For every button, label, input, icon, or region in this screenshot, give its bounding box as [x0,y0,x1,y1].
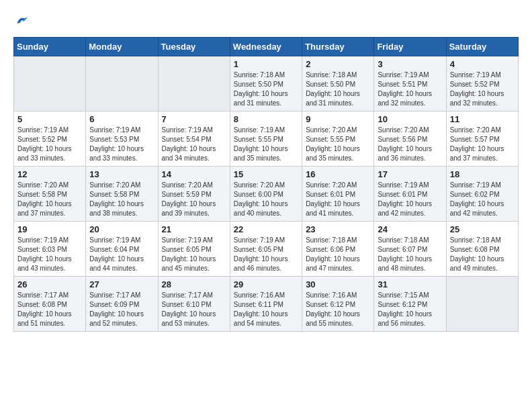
calendar-week-row: 12Sunrise: 7:20 AM Sunset: 5:58 PM Dayli… [14,166,519,221]
day-info: Sunrise: 7:16 AM Sunset: 6:12 PM Dayligh… [306,291,370,328]
day-info: Sunrise: 7:20 AM Sunset: 5:59 PM Dayligh… [162,181,226,218]
day-info: Sunrise: 7:20 AM Sunset: 5:58 PM Dayligh… [17,181,82,218]
day-number: 15 [234,169,298,179]
calendar-day-cell: 2Sunrise: 7:18 AM Sunset: 5:50 PM Daylig… [302,56,374,111]
calendar-day-cell: 25Sunrise: 7:18 AM Sunset: 6:08 PM Dayli… [446,221,518,276]
calendar-day-cell: 16Sunrise: 7:20 AM Sunset: 6:01 PM Dayli… [302,166,374,221]
calendar-day-cell: 30Sunrise: 7:16 AM Sunset: 6:12 PM Dayli… [302,276,374,331]
day-number: 27 [89,279,154,289]
calendar-day-cell: 22Sunrise: 7:19 AM Sunset: 6:05 PM Dayli… [230,221,302,276]
calendar-day-cell: 26Sunrise: 7:17 AM Sunset: 6:08 PM Dayli… [14,276,86,331]
day-info: Sunrise: 7:17 AM Sunset: 6:09 PM Dayligh… [89,291,154,328]
calendar-day-cell: 13Sunrise: 7:20 AM Sunset: 5:58 PM Dayli… [86,166,158,221]
day-info: Sunrise: 7:19 AM Sunset: 5:54 PM Dayligh… [162,126,226,163]
calendar-day-cell [86,56,158,111]
calendar-day-cell: 4Sunrise: 7:19 AM Sunset: 5:52 PM Daylig… [446,56,518,111]
logo [13,13,28,30]
day-number: 1 [234,59,298,69]
day-info: Sunrise: 7:20 AM Sunset: 5:55 PM Dayligh… [306,126,370,163]
day-info: Sunrise: 7:19 AM Sunset: 6:05 PM Dayligh… [234,236,298,273]
day-info: Sunrise: 7:20 AM Sunset: 5:57 PM Dayligh… [450,126,515,163]
day-number: 20 [89,224,154,234]
day-number: 31 [378,279,442,289]
calendar-day-cell [158,56,230,111]
calendar-day-cell [446,276,518,331]
day-info: Sunrise: 7:20 AM Sunset: 6:01 PM Dayligh… [306,181,370,218]
day-info: Sunrise: 7:15 AM Sunset: 6:12 PM Dayligh… [378,291,442,328]
calendar-day-cell: 6Sunrise: 7:19 AM Sunset: 5:53 PM Daylig… [86,111,158,166]
day-info: Sunrise: 7:19 AM Sunset: 5:51 PM Dayligh… [378,71,442,108]
day-info: Sunrise: 7:19 AM Sunset: 5:52 PM Dayligh… [17,126,82,163]
calendar-day-cell: 23Sunrise: 7:18 AM Sunset: 6:06 PM Dayli… [302,221,374,276]
calendar-week-row: 1Sunrise: 7:18 AM Sunset: 5:50 PM Daylig… [14,56,519,111]
calendar-day-cell [14,56,86,111]
day-info: Sunrise: 7:19 AM Sunset: 5:52 PM Dayligh… [450,71,515,108]
day-info: Sunrise: 7:17 AM Sunset: 6:10 PM Dayligh… [162,291,226,328]
logo-text [13,13,28,30]
day-info: Sunrise: 7:19 AM Sunset: 6:03 PM Dayligh… [17,236,82,273]
day-number: 8 [234,114,298,124]
calendar-day-cell: 15Sunrise: 7:20 AM Sunset: 6:00 PM Dayli… [230,166,302,221]
day-info: Sunrise: 7:18 AM Sunset: 6:06 PM Dayligh… [306,236,370,273]
day-number: 21 [162,224,226,234]
calendar-day-cell: 31Sunrise: 7:15 AM Sunset: 6:12 PM Dayli… [374,276,446,331]
calendar-week-row: 5Sunrise: 7:19 AM Sunset: 5:52 PM Daylig… [14,111,519,166]
day-number: 25 [450,224,515,234]
day-number: 22 [234,224,298,234]
calendar-day-cell: 21Sunrise: 7:19 AM Sunset: 6:05 PM Dayli… [158,221,230,276]
day-info: Sunrise: 7:17 AM Sunset: 6:08 PM Dayligh… [17,291,82,328]
calendar-day-cell: 3Sunrise: 7:19 AM Sunset: 5:51 PM Daylig… [374,56,446,111]
calendar-day-cell: 9Sunrise: 7:20 AM Sunset: 5:55 PM Daylig… [302,111,374,166]
day-info: Sunrise: 7:19 AM Sunset: 5:53 PM Dayligh… [89,126,154,163]
day-number: 3 [378,59,442,69]
calendar-day-cell: 8Sunrise: 7:19 AM Sunset: 5:55 PM Daylig… [230,111,302,166]
day-info: Sunrise: 7:20 AM Sunset: 6:00 PM Dayligh… [234,181,298,218]
day-of-week-header: Sunday [14,37,86,56]
day-info: Sunrise: 7:19 AM Sunset: 5:55 PM Dayligh… [234,126,298,163]
calendar-day-cell: 7Sunrise: 7:19 AM Sunset: 5:54 PM Daylig… [158,111,230,166]
day-number: 19 [17,224,82,234]
day-info: Sunrise: 7:18 AM Sunset: 6:08 PM Dayligh… [450,236,515,273]
day-number: 17 [378,169,442,179]
day-info: Sunrise: 7:19 AM Sunset: 6:05 PM Dayligh… [162,236,226,273]
day-of-week-header: Friday [374,37,446,56]
day-number: 5 [17,114,82,124]
day-number: 30 [306,279,370,289]
day-info: Sunrise: 7:20 AM Sunset: 5:56 PM Dayligh… [378,126,442,163]
day-of-week-header: Tuesday [158,37,230,56]
day-number: 24 [378,224,442,234]
calendar-day-cell: 20Sunrise: 7:19 AM Sunset: 6:04 PM Dayli… [86,221,158,276]
day-info: Sunrise: 7:18 AM Sunset: 5:50 PM Dayligh… [306,71,370,108]
calendar-week-row: 26Sunrise: 7:17 AM Sunset: 6:08 PM Dayli… [14,276,519,331]
day-info: Sunrise: 7:18 AM Sunset: 6:07 PM Dayligh… [378,236,442,273]
day-of-week-header: Saturday [446,37,518,56]
day-number: 16 [306,169,370,179]
calendar-day-cell: 18Sunrise: 7:19 AM Sunset: 6:02 PM Dayli… [446,166,518,221]
calendar-day-cell: 11Sunrise: 7:20 AM Sunset: 5:57 PM Dayli… [446,111,518,166]
calendar-day-cell: 19Sunrise: 7:19 AM Sunset: 6:03 PM Dayli… [14,221,86,276]
calendar-day-cell: 14Sunrise: 7:20 AM Sunset: 5:59 PM Dayli… [158,166,230,221]
day-info: Sunrise: 7:16 AM Sunset: 6:11 PM Dayligh… [234,291,298,328]
day-number: 14 [162,169,226,179]
day-number: 12 [17,169,82,179]
calendar-table: SundayMondayTuesdayWednesdayThursdayFrid… [13,37,519,332]
day-number: 29 [234,279,298,289]
calendar-day-cell: 27Sunrise: 7:17 AM Sunset: 6:09 PM Dayli… [86,276,158,331]
calendar-day-cell: 28Sunrise: 7:17 AM Sunset: 6:10 PM Dayli… [158,276,230,331]
day-info: Sunrise: 7:19 AM Sunset: 6:04 PM Dayligh… [89,236,154,273]
calendar-header-row: SundayMondayTuesdayWednesdayThursdayFrid… [14,37,519,56]
day-of-week-header: Wednesday [230,37,302,56]
calendar-day-cell: 17Sunrise: 7:19 AM Sunset: 6:01 PM Dayli… [374,166,446,221]
day-number: 7 [162,114,226,124]
calendar-day-cell: 1Sunrise: 7:18 AM Sunset: 5:50 PM Daylig… [230,56,302,111]
calendar-day-cell: 24Sunrise: 7:18 AM Sunset: 6:07 PM Dayli… [374,221,446,276]
day-of-week-header: Monday [86,37,158,56]
day-number: 10 [378,114,442,124]
day-info: Sunrise: 7:20 AM Sunset: 5:58 PM Dayligh… [89,181,154,218]
calendar-day-cell: 12Sunrise: 7:20 AM Sunset: 5:58 PM Dayli… [14,166,86,221]
day-info: Sunrise: 7:19 AM Sunset: 6:02 PM Dayligh… [450,181,515,218]
day-number: 9 [306,114,370,124]
day-number: 6 [89,114,154,124]
page-header [13,13,519,30]
day-number: 26 [17,279,82,289]
